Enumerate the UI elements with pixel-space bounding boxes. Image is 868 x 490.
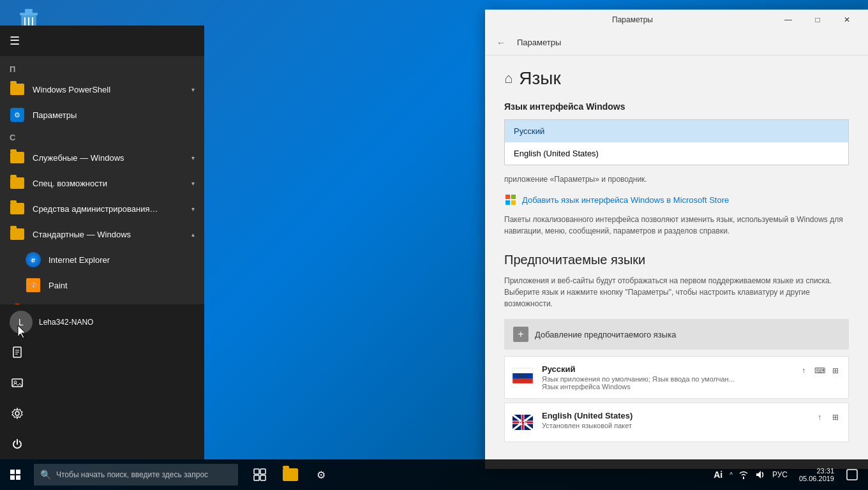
svg-text:Аъ: Аъ	[518, 373, 528, 380]
app-item-sluzhebnie[interactable]: Служебные — Windows	[0, 145, 204, 170]
svg-rect-16	[511, 200, 516, 205]
hamburger-icon[interactable]: ☰	[10, 34, 20, 48]
taskbar-right: Ai ^ РУС 23:31 05.06.2019	[711, 459, 868, 490]
search-icon: 🔍	[40, 470, 51, 480]
lang-entry-english: Аъ English (United States) Установлен яз…	[504, 403, 849, 442]
paint-logo: 🎨	[26, 278, 40, 292]
lang-entry-actions-russian: ↑ ⌨ ⊞	[797, 364, 842, 377]
ai-label[interactable]: Ai	[711, 465, 725, 484]
taskbar-app-task-view[interactable]	[244, 459, 275, 490]
lang-dropdown[interactable]: Русский English (United States)	[504, 119, 849, 165]
app-item-windows-powershell[interactable]: Windows PowerShell	[0, 77, 204, 102]
clock[interactable]: 23:31 05.06.2019	[794, 467, 839, 482]
gear-icon: ⚙	[10, 108, 24, 122]
lang-up-icon[interactable]: ↑	[797, 364, 810, 377]
lang-entry-russian: Аъ Русский Язык приложения по умолчанию;…	[504, 356, 849, 399]
nav-breadcrumb: Параметры	[517, 38, 561, 47]
network-icon[interactable]	[737, 465, 750, 484]
folder-icon-spets	[10, 175, 25, 191]
app-item-standartnye[interactable]: Стандартные — Windows	[0, 221, 204, 247]
interface-lang-title: Язык интерфейса Windows	[504, 101, 849, 112]
search-bar[interactable]: 🔍 Чтобы начать поиск, введите здесь запр…	[34, 464, 238, 486]
lang-keyboard-icon[interactable]: ⌨	[813, 364, 826, 377]
nav-item-documents[interactable]	[0, 337, 204, 368]
lang-entry-icon-russian: Аъ	[511, 364, 534, 387]
lang-entry-detail2-russian: Язык интерфейса Windows	[542, 383, 797, 390]
task-view-icon	[252, 467, 267, 482]
expand-arrow-standartnye	[191, 231, 195, 238]
lang-entry-detail1-english: Установлен языковой пакет	[542, 422, 813, 429]
app-label-settings: Параметры	[33, 110, 77, 120]
svg-text:Аъ: Аъ	[518, 419, 528, 426]
store-link-text[interactable]: Добавить язык интерфейса Windows в Micro…	[522, 195, 729, 205]
lang-entry-name-english: English (United States)	[542, 411, 813, 420]
settings-nav-icon	[10, 406, 25, 421]
russian-flag-icon: Аъ	[511, 364, 534, 387]
tray-expand-icon[interactable]: ^	[728, 471, 734, 479]
window-controls: — □ ✕	[774, 10, 862, 30]
start-menu: ☰ П Windows PowerShell ⚙ Параме	[0, 26, 204, 459]
store-link[interactable]: Добавить язык интерфейса Windows в Micro…	[504, 193, 849, 206]
lang-option-russian[interactable]: Русский	[505, 120, 848, 142]
user-name: Leha342-NANO	[39, 318, 93, 327]
nav-item-pictures[interactable]	[0, 368, 204, 398]
lang-entry-info-english: English (United States) Установлен языко…	[542, 411, 813, 429]
add-lang-button[interactable]: + Добавление предпочитаемого языка	[504, 319, 849, 350]
app-item-settings[interactable]: ⚙ Параметры	[0, 102, 204, 128]
minimize-button[interactable]: —	[774, 10, 803, 30]
pictures-icon	[10, 375, 25, 390]
nav-item-power[interactable]	[0, 429, 204, 459]
app-label-sredstva: Средства администрирования…	[33, 204, 158, 214]
window-content: ⌂ Язык Язык интерфейса Windows Русский E…	[485, 56, 868, 469]
lang-up-icon-en[interactable]: ↑	[813, 411, 826, 424]
section-letter-p: П	[0, 59, 204, 77]
english-flag-icon: Аъ	[511, 411, 534, 434]
sound-icon[interactable]	[753, 465, 766, 484]
desktop: Корзина ☰ П Windows PowerShell	[0, 0, 868, 490]
taskbar-app-settings[interactable]: ⚙	[306, 459, 336, 490]
notification-button[interactable]	[842, 459, 862, 490]
app-item-sredstva[interactable]: Средства администрирования…	[0, 196, 204, 221]
app-item-paint[interactable]: 🎨 Paint	[0, 272, 204, 298]
store-icon-svg	[504, 193, 517, 206]
start-menu-bottom: L Leha342-NANO	[0, 304, 204, 459]
close-button[interactable]: ✕	[832, 10, 862, 30]
user-avatar: L	[10, 311, 33, 334]
app-label-standartnye: Стандартные — Windows	[33, 230, 131, 239]
maximize-button[interactable]: □	[803, 10, 832, 30]
start-menu-header: ☰	[0, 26, 204, 56]
add-lang-label: Добавление предпочитаемого языка	[535, 330, 676, 339]
lang-keyboard-icon-en[interactable]: ⊞	[829, 411, 842, 424]
start-button[interactable]	[0, 459, 31, 490]
lang-options-icon[interactable]: ⊞	[829, 364, 842, 377]
start-menu-apps: П Windows PowerShell ⚙ Параметры С	[0, 56, 204, 304]
search-placeholder: Чтобы начать поиск, введите здесь запрос	[56, 470, 208, 479]
app-label-powershell: Windows PowerShell	[33, 85, 110, 94]
back-button[interactable]: ←	[491, 33, 511, 52]
page-title: ⌂ Язык	[504, 68, 849, 89]
taskbar: 🔍 Чтобы начать поиск, введите здесь запр…	[0, 459, 868, 490]
app-item-wmp[interactable]: ▶ Windows Media Player	[0, 298, 204, 304]
app-item-spets[interactable]: Спец. возможности	[0, 170, 204, 196]
lang-indicator[interactable]: РУС	[769, 470, 791, 479]
app-label-spets: Спец. возможности	[33, 179, 107, 188]
expand-arrow-powershell	[191, 86, 195, 93]
description-text: Пакеты локализованного интерфейса позвол…	[504, 214, 849, 237]
svg-rect-33	[254, 475, 259, 480]
clock-time: 23:31	[816, 467, 834, 475]
window-titlebar: Параметры — □ ✕	[485, 10, 868, 30]
nav-item-settings[interactable]	[0, 398, 204, 429]
folder-icon-powershell	[10, 82, 25, 97]
svg-rect-13	[505, 195, 510, 199]
plus-icon: +	[513, 327, 528, 342]
user-section: L Leha342-NANO	[0, 304, 204, 337]
lang-entry-info-russian: Русский Язык приложения по умолчанию; Яз…	[542, 364, 797, 390]
app-item-ie[interactable]: e Internet Explorer	[0, 247, 204, 272]
ie-icon: e	[26, 252, 41, 267]
svg-rect-34	[260, 475, 266, 480]
lang-entry-icon-english: Аъ	[511, 411, 534, 434]
taskbar-app-explorer[interactable]	[275, 459, 306, 490]
lang-entry-actions-english: ↑ ⊞	[813, 411, 842, 424]
lang-option-english[interactable]: English (United States)	[505, 142, 848, 165]
clock-date: 05.06.2019	[799, 475, 834, 482]
